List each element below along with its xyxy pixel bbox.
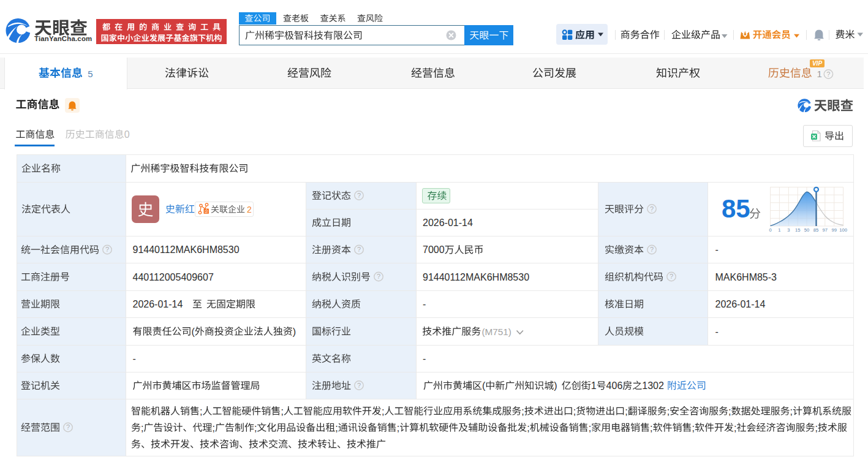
- svg-text:99: 99: [831, 227, 836, 233]
- svg-text:;: ;: [212, 423, 214, 433]
- svg-text:;: ;: [589, 423, 591, 433]
- svg-text:(: (: [482, 380, 486, 391]
- svg-text:;: ;: [335, 423, 338, 433]
- svg-text:?: ?: [357, 382, 361, 389]
- svg-text:?: ?: [670, 273, 673, 280]
- svg-text:0: 0: [769, 227, 771, 233]
- svg-text:?: ?: [650, 205, 654, 213]
- svg-text:?: ?: [826, 70, 830, 78]
- svg-text:85: 85: [722, 194, 750, 223]
- svg-text:;: ;: [728, 406, 731, 417]
- svg-text:?: ?: [105, 246, 109, 253]
- svg-text:97: 97: [823, 227, 828, 233]
- svg-text:-: -: [715, 327, 719, 337]
- svg-text:;: ;: [521, 406, 524, 417]
- svg-text:;: ;: [397, 423, 399, 433]
- svg-text:;: ;: [281, 406, 283, 417]
- svg-text:1: 1: [817, 69, 822, 79]
- svg-text:1302: 1302: [642, 380, 664, 391]
- svg-text:;: ;: [815, 423, 818, 433]
- svg-text:(M751): (M751): [482, 327, 511, 337]
- svg-text:-: -: [715, 244, 719, 255]
- svg-text:;: ;: [625, 406, 627, 417]
- svg-text:2026-01-14: 2026-01-14: [423, 217, 473, 228]
- svg-text:5: 5: [88, 69, 92, 79]
- svg-text:;: ;: [790, 406, 793, 417]
- svg-text:TianYanCha.com: TianYanCha.com: [34, 35, 92, 42]
- svg-text:): ): [293, 327, 296, 337]
- svg-text:?: ?: [66, 423, 70, 431]
- svg-text:;: ;: [200, 406, 202, 417]
- svg-text:;: ;: [734, 423, 736, 433]
- svg-text:MAK6HM85-3: MAK6HM85-3: [715, 272, 777, 282]
- svg-text:1: 1: [591, 380, 597, 391]
- svg-text:;: ;: [573, 406, 576, 417]
- svg-text:VIP: VIP: [812, 60, 822, 67]
- svg-text:;: ;: [254, 423, 257, 433]
- svg-text:(: (: [192, 327, 195, 337]
- svg-text:1: 1: [778, 227, 780, 233]
- svg-text:50: 50: [804, 227, 809, 233]
- svg-text:?: ?: [377, 273, 380, 280]
- svg-text:85: 85: [813, 227, 818, 233]
- svg-text:3: 3: [787, 227, 790, 233]
- svg-text:100: 100: [839, 227, 847, 233]
- svg-text:-: -: [423, 353, 426, 364]
- svg-text:7000: 7000: [423, 244, 445, 255]
- svg-text:?: ?: [357, 192, 361, 199]
- svg-text:;: ;: [527, 423, 529, 433]
- svg-text:440112005409607: 440112005409607: [133, 272, 214, 282]
- svg-text:2026-01-14: 2026-01-14: [715, 299, 766, 309]
- svg-text:2: 2: [247, 205, 252, 214]
- svg-text:0: 0: [124, 129, 130, 140]
- svg-text:-: -: [133, 353, 136, 364]
- svg-text:;: ;: [141, 423, 143, 433]
- svg-text:91440112MAK6HM8530: 91440112MAK6HM8530: [423, 272, 529, 282]
- svg-text:): ): [554, 380, 557, 391]
- svg-text:406: 406: [606, 380, 623, 391]
- svg-text:?: ?: [357, 246, 361, 253]
- svg-text:2026-01-14: 2026-01-14: [133, 299, 183, 309]
- svg-text:-: -: [423, 299, 426, 309]
- svg-text:;: ;: [650, 423, 652, 433]
- svg-text:;: ;: [382, 406, 384, 417]
- svg-text:15: 15: [795, 227, 800, 233]
- svg-text:;: ;: [667, 406, 670, 417]
- svg-text:;: ;: [692, 423, 695, 433]
- svg-text:91440112MAK6HM8530: 91440112MAK6HM8530: [133, 244, 240, 255]
- svg-text:?: ?: [650, 246, 654, 253]
